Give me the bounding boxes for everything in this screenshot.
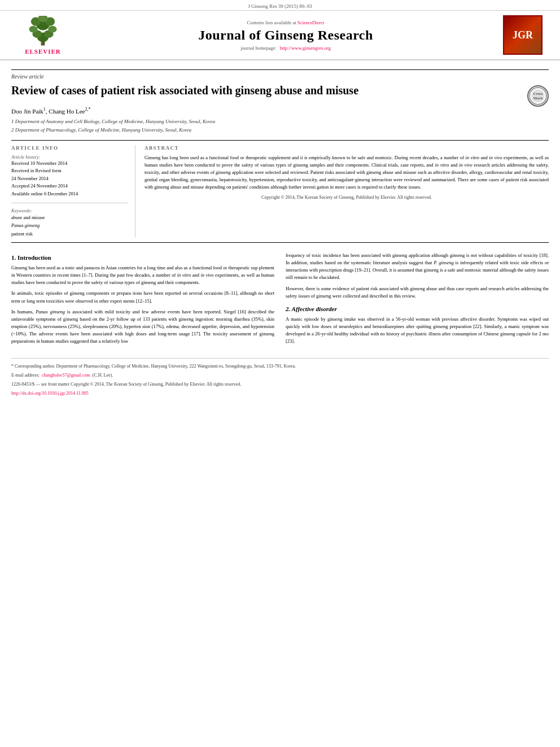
abstract-title: ABSTRACT [145, 145, 549, 151]
issn-line: 1226-8453/$ — see front matter Copyright… [11, 381, 549, 388]
revised-date: 24 November 2014 [11, 175, 128, 183]
elsevier-logo: ELSEVIER [23, 16, 63, 55]
footer-section: * Corresponding author. Department of Ph… [11, 358, 549, 397]
author2-sup: 2,* [85, 107, 91, 112]
jgr-logo-icon: JGR [503, 15, 542, 55]
doi-link[interactable]: http://dx.doi.org/10.1016/j.jgr.2014.11.… [11, 391, 89, 396]
svg-point-5 [48, 25, 56, 32]
elsevier-logo-area: ELSEVIER [9, 16, 77, 55]
affiliations: 1 Department of Anatomy and Cell Biology… [11, 118, 549, 134]
jgr-logo-area: JGR [495, 15, 551, 55]
abstract-copyright: Copyright © 2014, The Korean Society of … [145, 195, 549, 200]
author2-name: Chang Ho Lee [49, 108, 85, 115]
sciencedirect-link[interactable]: ScienceDirect [298, 20, 325, 25]
body-left-col: 1. Introduction Ginseng has been used as… [11, 252, 274, 349]
info-divider [11, 203, 128, 203]
authors-line: Doo Jin Paik1, Chang Ho Lee2,* [11, 107, 549, 115]
journal-header: ELSEVIER Contents lists available at Sci… [0, 11, 560, 60]
doi-line: http://dx.doi.org/10.1016/j.jgr.2014.11.… [11, 390, 549, 397]
abstract-column: ABSTRACT Ginseng has long been used as a… [145, 145, 549, 238]
journal-citation: J Ginseng Res 39 (2015) 89–93 [248, 3, 312, 9]
accepted-date: Accepted 24 November 2014 [11, 182, 128, 190]
journal-header-center: Contents lists available at ScienceDirec… [77, 20, 495, 51]
journal-homepage-line: journal homepage: http://www.ginsengres.… [77, 45, 495, 51]
affective-para-1: A manic episode by ginseng intake was ob… [286, 316, 549, 346]
crossmark-area: Cross Mark [527, 85, 549, 107]
right-para-1: frequency of toxic incidence has been as… [286, 252, 549, 282]
author1-sup: 1 [43, 107, 46, 112]
online-date: Available online 6 December 2014 [11, 190, 128, 198]
affective-section-title: 2. Affective disorder [286, 305, 549, 312]
keywords-label: Keywords: [11, 208, 128, 213]
keywords-list: abuse and misuse Panax ginseng patient r… [11, 213, 128, 238]
sciencedirect-link-line: Contents lists available at ScienceDirec… [77, 20, 495, 25]
crossmark-icon: Cross Mark [529, 87, 547, 105]
intro-para-2: In animals, toxic episodes of ginseng co… [11, 290, 274, 304]
elsevier-tree-icon [23, 16, 63, 47]
crossmark-badge: Cross Mark [527, 85, 549, 107]
history-label: Article history: [11, 154, 128, 160]
author1-name: Doo Jin Paik [11, 108, 43, 115]
affiliation-1: 1 Department of Anatomy and Cell Biology… [11, 118, 549, 126]
article-title: Review of cases of patient risk associat… [11, 83, 518, 98]
svg-text:Mark: Mark [533, 96, 542, 101]
svg-point-4 [29, 25, 37, 32]
intro-para-3: In humans, Panax ginseng is associated w… [11, 308, 274, 346]
journal-citation-bar: J Ginseng Res 39 (2015) 89–93 [0, 0, 560, 11]
journal-homepage-link[interactable]: http://www.ginsengres.org [280, 45, 331, 51]
article-type-label: Review article [11, 73, 549, 80]
body-right-col: frequency of toxic incidence has been as… [286, 252, 549, 349]
revised-label-text: Received in Revised form [11, 167, 128, 175]
affiliation-2: 2 Department of Pharmacology, College of… [11, 126, 549, 134]
article-info-abstract-section: ARTICLE INFO Article history: Received 1… [11, 140, 549, 243]
abstract-text: Ginseng has long been used as a function… [145, 154, 549, 191]
received-date: Received 10 November 2014 [11, 160, 128, 168]
corresponding-email[interactable]: changholee57@gmail.com [42, 373, 90, 378]
keyword-3: patient risk [11, 230, 128, 238]
email-line: E-mail address: changholee57@gmail.com (… [11, 372, 549, 379]
corresponding-note: * Corresponding author. Department of Ph… [11, 363, 549, 370]
body-content: 1. Introduction Ginseng has been used as… [11, 252, 549, 349]
title-area: Review article Review of cases of patien… [11, 73, 549, 134]
keyword-1: abuse and misuse [11, 213, 128, 221]
article-content: Review article Review of cases of patien… [0, 60, 560, 405]
elsevier-wordmark: ELSEVIER [25, 48, 61, 55]
article-info-column: ARTICLE INFO Article history: Received 1… [11, 145, 135, 238]
top-divider [11, 69, 549, 70]
article-dates: Received 10 November 2014 Received in Re… [11, 160, 128, 198]
intro-para-1: Ginseng has been used as a tonic and pan… [11, 264, 274, 287]
intro-section-title: 1. Introduction [11, 254, 274, 261]
article-info-title: ARTICLE INFO [11, 145, 128, 151]
svg-text:Cross: Cross [533, 91, 543, 96]
keyword-2: Panax ginseng [11, 221, 128, 229]
journal-title: Journal of Ginseng Research [77, 28, 495, 43]
right-para-2: However, there is some evidence of patie… [286, 285, 549, 300]
